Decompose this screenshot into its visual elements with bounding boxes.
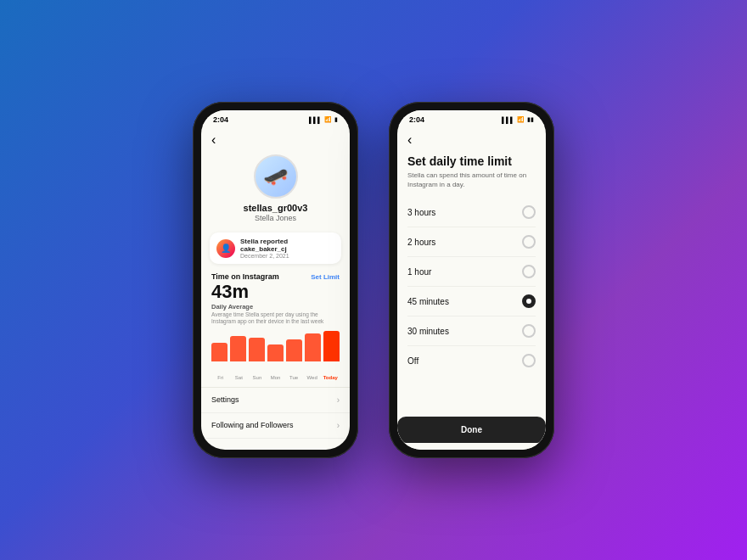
- avatar: 🛹: [254, 154, 298, 199]
- status-bar-2: 2:04 ▌▌▌ 📶 ▮▮: [397, 110, 546, 126]
- bar-chart-container: Fri Sat Sun Mon Tue Wed Today: [211, 329, 340, 380]
- bar-mon: [267, 344, 284, 361]
- report-info: Stella reported cake_baker_cj December 2…: [240, 238, 334, 259]
- bar-tue-rect: [286, 339, 302, 361]
- signal-icon-2: ▌▌▌: [502, 117, 514, 123]
- day-mon: Mon: [267, 375, 285, 380]
- avatar-emoji: 🛹: [263, 165, 289, 188]
- time-value: 43m: [211, 283, 340, 301]
- option-1hour[interactable]: 1 hour: [407, 257, 536, 287]
- settings-label: Settings: [211, 395, 239, 404]
- settings-list: Settings › Following and Followers ›: [201, 387, 350, 439]
- tl-title: Set daily time limit: [407, 154, 536, 168]
- day-sun: Sun: [248, 375, 267, 380]
- settings-item-settings[interactable]: Settings ›: [201, 388, 350, 413]
- day-wed: Wed: [303, 375, 322, 380]
- status-time-2: 2:04: [409, 115, 424, 124]
- option-45min[interactable]: 45 minutes: [407, 287, 536, 316]
- bar-mon-rect: [267, 344, 284, 361]
- time-section: Time on Instagram Set Limit 43m Daily Av…: [201, 267, 350, 384]
- bar-sun-rect: [249, 338, 265, 361]
- bar-sat: [230, 336, 246, 361]
- chevron-following: ›: [337, 421, 340, 430]
- report-date: December 2, 2021: [240, 253, 334, 259]
- full-name: Stella Jones: [255, 214, 296, 222]
- battery-icon-2: ▮▮: [527, 116, 534, 123]
- profile-section: 🛹 stellas_gr00v3 Stella Jones: [201, 151, 350, 229]
- radio-45min[interactable]: [522, 294, 536, 308]
- status-time-1: 2:04: [213, 115, 228, 124]
- bar-today-rect: [323, 331, 340, 361]
- settings-item-following[interactable]: Following and Followers ›: [201, 413, 350, 439]
- radio-2hours[interactable]: [522, 235, 536, 249]
- radio-off[interactable]: [522, 354, 536, 367]
- wifi-icon: 📶: [324, 116, 332, 123]
- done-btn-container: Done: [397, 408, 546, 450]
- phone-2: 2:04 ▌▌▌ 📶 ▮▮ ‹ Set daily time limit Ste…: [389, 102, 554, 458]
- battery-icon: ▮: [334, 116, 338, 123]
- signal-icon: ▌▌▌: [309, 117, 322, 123]
- username: stellas_gr00v3: [244, 203, 308, 213]
- bar-fri: [211, 343, 227, 361]
- daily-avg-label: Daily Average: [211, 303, 340, 311]
- set-limit-link[interactable]: Set Limit: [311, 273, 340, 281]
- time-limit-content: Set daily time limit Stella can spend th…: [397, 151, 546, 408]
- day-fri: Fri: [211, 375, 230, 380]
- bar-wed: [305, 333, 321, 361]
- day-tue: Tue: [284, 375, 303, 380]
- option-off-label: Off: [407, 356, 418, 366]
- following-label: Following and Followers: [211, 421, 294, 429]
- status-icons-1: ▌▌▌ 📶 ▮: [309, 116, 338, 123]
- option-2hours-label: 2 hours: [407, 238, 435, 247]
- report-text: Stella reported cake_baker_cj: [240, 238, 334, 253]
- bar-wed-rect: [305, 333, 321, 361]
- done-button[interactable]: Done: [397, 417, 546, 443]
- option-45min-label: 45 minutes: [407, 297, 449, 306]
- option-2hours[interactable]: 2 hours: [407, 227, 536, 257]
- bar-tue: [286, 339, 302, 361]
- time-header: Time on Instagram Set Limit: [211, 272, 340, 281]
- option-off[interactable]: Off: [407, 346, 536, 375]
- bar-fri-rect: [211, 343, 227, 361]
- radio-3hours[interactable]: [522, 205, 536, 219]
- bar-sun: [249, 338, 265, 361]
- report-avatar: 👤: [216, 239, 235, 258]
- phone-1: 2:04 ▌▌▌ 📶 ▮ ‹ 🛹 stellas_gr00v3 Stella J…: [193, 102, 358, 458]
- phone-2-screen: 2:04 ▌▌▌ 📶 ▮▮ ‹ Set daily time limit Ste…: [397, 110, 546, 450]
- status-bar-1: 2:04 ▌▌▌ 📶 ▮: [201, 110, 350, 126]
- screen-1-content: ‹ 🛹 stellas_gr00v3 Stella Jones 👤 Stella…: [201, 126, 350, 450]
- option-1hour-label: 1 hour: [407, 267, 431, 277]
- bar-days-row: Fri Sat Sun Mon Tue Wed Today: [211, 375, 340, 380]
- option-3hours-label: 3 hours: [407, 208, 435, 217]
- radio-list: 3 hours 2 hours 1 hour 45 minutes 30 min…: [407, 198, 536, 375]
- phone-1-screen: 2:04 ▌▌▌ 📶 ▮ ‹ 🛹 stellas_gr00v3 Stella J…: [201, 110, 350, 450]
- back-button-2[interactable]: ‹: [397, 126, 546, 151]
- status-icons-2: ▌▌▌ 📶 ▮▮: [502, 116, 534, 123]
- time-label: Time on Instagram: [211, 272, 279, 281]
- bar-today: [323, 331, 340, 361]
- option-30min[interactable]: 30 minutes: [407, 316, 536, 346]
- daily-avg-desc: Average time Stella spent per day using …: [211, 311, 340, 326]
- bar-chart: [211, 329, 340, 373]
- bar-sat-rect: [230, 336, 246, 361]
- back-button-1[interactable]: ‹: [201, 126, 350, 151]
- day-today: Today: [321, 375, 340, 380]
- radio-30min[interactable]: [522, 324, 536, 338]
- chevron-settings: ›: [337, 395, 340, 405]
- tl-subtitle: Stella can spend this amount of time on …: [407, 171, 536, 189]
- option-3hours[interactable]: 3 hours: [407, 198, 536, 227]
- radio-1hour[interactable]: [522, 265, 536, 278]
- report-banner[interactable]: 👤 Stella reported cake_baker_cj December…: [210, 232, 341, 264]
- day-sat: Sat: [230, 375, 249, 380]
- wifi-icon-2: 📶: [517, 116, 525, 123]
- option-30min-label: 30 minutes: [407, 327, 449, 336]
